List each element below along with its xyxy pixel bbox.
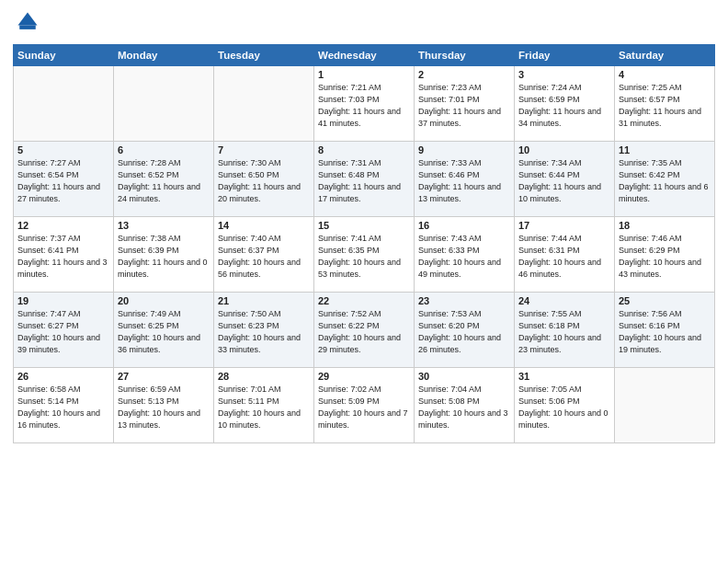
day-number: 16 xyxy=(418,220,510,231)
calendar-cell: 8Sunrise: 7:31 AM Sunset: 6:48 PM Daylig… xyxy=(314,142,415,217)
calendar-row: 19Sunrise: 7:47 AM Sunset: 6:27 PM Dayli… xyxy=(14,293,715,368)
day-info: Sunrise: 6:59 AM Sunset: 5:13 PM Dayligh… xyxy=(118,384,210,431)
day-info: Sunrise: 7:50 AM Sunset: 6:23 PM Dayligh… xyxy=(218,308,310,356)
day-info: Sunrise: 7:52 AM Sunset: 6:22 PM Dayligh… xyxy=(318,308,410,356)
calendar-cell: 11Sunrise: 7:35 AM Sunset: 6:42 PM Dayli… xyxy=(615,142,715,217)
calendar-cell: 23Sunrise: 7:53 AM Sunset: 6:20 PM Dayli… xyxy=(415,293,515,368)
calendar-cell: 7Sunrise: 7:30 AM Sunset: 6:50 PM Daylig… xyxy=(214,142,314,217)
day-info: Sunrise: 7:55 AM Sunset: 6:18 PM Dayligh… xyxy=(518,308,610,356)
day-info: Sunrise: 7:05 AM Sunset: 5:06 PM Dayligh… xyxy=(518,384,610,431)
day-number: 6 xyxy=(118,144,210,155)
calendar-cell: 26Sunrise: 6:58 AM Sunset: 5:14 PM Dayli… xyxy=(14,368,114,443)
calendar-cell: 19Sunrise: 7:47 AM Sunset: 6:27 PM Dayli… xyxy=(14,293,114,368)
day-info: Sunrise: 7:46 AM Sunset: 6:29 PM Dayligh… xyxy=(619,233,711,281)
day-number: 25 xyxy=(619,295,711,306)
logo xyxy=(13,9,40,39)
day-number: 11 xyxy=(619,144,711,155)
calendar-cell: 21Sunrise: 7:50 AM Sunset: 6:23 PM Dayli… xyxy=(214,293,314,368)
day-number: 13 xyxy=(118,220,210,231)
day-number: 19 xyxy=(17,295,109,306)
calendar-cell: 5Sunrise: 7:27 AM Sunset: 6:54 PM Daylig… xyxy=(14,142,114,217)
calendar-cell: 13Sunrise: 7:38 AM Sunset: 6:39 PM Dayli… xyxy=(114,217,214,293)
day-number: 24 xyxy=(518,295,610,306)
page: Sunday Monday Tuesday Wednesday Thursday… xyxy=(0,0,728,563)
day-number: 1 xyxy=(318,69,410,80)
day-info: Sunrise: 7:28 AM Sunset: 6:52 PM Dayligh… xyxy=(118,157,210,205)
day-info: Sunrise: 7:21 AM Sunset: 7:03 PM Dayligh… xyxy=(318,82,410,130)
col-wednesday: Wednesday xyxy=(314,45,415,66)
header xyxy=(13,9,715,39)
calendar-cell: 4Sunrise: 7:25 AM Sunset: 6:57 PM Daylig… xyxy=(615,66,715,142)
calendar-row: 1Sunrise: 7:21 AM Sunset: 7:03 PM Daylig… xyxy=(14,66,715,142)
calendar-cell: 6Sunrise: 7:28 AM Sunset: 6:52 PM Daylig… xyxy=(114,142,214,217)
day-info: Sunrise: 7:01 AM Sunset: 5:11 PM Dayligh… xyxy=(218,384,310,431)
calendar-cell xyxy=(615,368,715,443)
day-info: Sunrise: 7:35 AM Sunset: 6:42 PM Dayligh… xyxy=(619,157,711,205)
day-info: Sunrise: 7:47 AM Sunset: 6:27 PM Dayligh… xyxy=(17,308,109,356)
header-row: Sunday Monday Tuesday Wednesday Thursday… xyxy=(14,45,715,66)
calendar-cell: 18Sunrise: 7:46 AM Sunset: 6:29 PM Dayli… xyxy=(615,217,715,293)
day-number: 28 xyxy=(218,371,310,382)
day-number: 27 xyxy=(118,371,210,382)
day-number: 15 xyxy=(318,220,410,231)
day-number: 14 xyxy=(218,220,310,231)
calendar-row: 5Sunrise: 7:27 AM Sunset: 6:54 PM Daylig… xyxy=(14,142,715,217)
day-info: Sunrise: 7:43 AM Sunset: 6:33 PM Dayligh… xyxy=(418,233,510,281)
calendar-cell: 30Sunrise: 7:04 AM Sunset: 5:08 PM Dayli… xyxy=(415,368,515,443)
day-info: Sunrise: 7:02 AM Sunset: 5:09 PM Dayligh… xyxy=(318,384,410,431)
calendar-cell: 2Sunrise: 7:23 AM Sunset: 7:01 PM Daylig… xyxy=(415,66,515,142)
day-info: Sunrise: 7:04 AM Sunset: 5:08 PM Dayligh… xyxy=(418,384,510,431)
calendar-cell xyxy=(14,66,114,142)
calendar-cell: 12Sunrise: 7:37 AM Sunset: 6:41 PM Dayli… xyxy=(14,217,114,293)
day-info: Sunrise: 7:31 AM Sunset: 6:48 PM Dayligh… xyxy=(318,157,410,205)
svg-rect-1 xyxy=(19,26,36,29)
day-number: 30 xyxy=(418,371,510,382)
day-info: Sunrise: 7:38 AM Sunset: 6:39 PM Dayligh… xyxy=(118,233,210,281)
day-number: 7 xyxy=(218,144,310,155)
day-info: Sunrise: 7:37 AM Sunset: 6:41 PM Dayligh… xyxy=(17,233,109,281)
day-number: 31 xyxy=(518,371,610,382)
day-info: Sunrise: 7:56 AM Sunset: 6:16 PM Dayligh… xyxy=(619,308,711,356)
col-monday: Monday xyxy=(114,45,214,66)
calendar-cell: 28Sunrise: 7:01 AM Sunset: 5:11 PM Dayli… xyxy=(214,368,314,443)
calendar-cell: 9Sunrise: 7:33 AM Sunset: 6:46 PM Daylig… xyxy=(415,142,515,217)
day-number: 4 xyxy=(619,69,711,80)
day-info: Sunrise: 7:44 AM Sunset: 6:31 PM Dayligh… xyxy=(518,233,610,281)
calendar-cell: 27Sunrise: 6:59 AM Sunset: 5:13 PM Dayli… xyxy=(114,368,214,443)
day-number: 29 xyxy=(318,371,410,382)
day-number: 10 xyxy=(518,144,610,155)
svg-marker-0 xyxy=(18,13,38,26)
day-number: 5 xyxy=(17,144,109,155)
day-number: 26 xyxy=(17,371,109,382)
calendar-cell xyxy=(214,66,314,142)
calendar-row: 26Sunrise: 6:58 AM Sunset: 5:14 PM Dayli… xyxy=(14,368,715,443)
day-number: 12 xyxy=(17,220,109,231)
day-info: Sunrise: 7:34 AM Sunset: 6:44 PM Dayligh… xyxy=(518,157,610,205)
calendar-cell: 1Sunrise: 7:21 AM Sunset: 7:03 PM Daylig… xyxy=(314,66,415,142)
col-friday: Friday xyxy=(515,45,615,66)
day-info: Sunrise: 7:25 AM Sunset: 6:57 PM Dayligh… xyxy=(619,82,711,130)
col-tuesday: Tuesday xyxy=(214,45,314,66)
day-info: Sunrise: 7:41 AM Sunset: 6:35 PM Dayligh… xyxy=(318,233,410,281)
calendar-cell: 15Sunrise: 7:41 AM Sunset: 6:35 PM Dayli… xyxy=(314,217,415,293)
day-number: 22 xyxy=(318,295,410,306)
day-number: 18 xyxy=(619,220,711,231)
day-info: Sunrise: 7:30 AM Sunset: 6:50 PM Dayligh… xyxy=(218,157,310,205)
calendar-row: 12Sunrise: 7:37 AM Sunset: 6:41 PM Dayli… xyxy=(14,217,715,293)
day-info: Sunrise: 7:24 AM Sunset: 6:59 PM Dayligh… xyxy=(518,82,610,130)
day-info: Sunrise: 7:49 AM Sunset: 6:25 PM Dayligh… xyxy=(118,308,210,356)
calendar-cell: 29Sunrise: 7:02 AM Sunset: 5:09 PM Dayli… xyxy=(314,368,415,443)
calendar-cell: 31Sunrise: 7:05 AM Sunset: 5:06 PM Dayli… xyxy=(515,368,615,443)
logo-icon xyxy=(15,9,40,35)
calendar-cell: 3Sunrise: 7:24 AM Sunset: 6:59 PM Daylig… xyxy=(515,66,615,142)
calendar-cell: 24Sunrise: 7:55 AM Sunset: 6:18 PM Dayli… xyxy=(515,293,615,368)
day-number: 23 xyxy=(418,295,510,306)
col-saturday: Saturday xyxy=(615,45,715,66)
day-info: Sunrise: 7:53 AM Sunset: 6:20 PM Dayligh… xyxy=(418,308,510,356)
day-info: Sunrise: 7:33 AM Sunset: 6:46 PM Dayligh… xyxy=(418,157,510,205)
calendar-cell: 17Sunrise: 7:44 AM Sunset: 6:31 PM Dayli… xyxy=(515,217,615,293)
day-number: 8 xyxy=(318,144,410,155)
calendar-cell: 14Sunrise: 7:40 AM Sunset: 6:37 PM Dayli… xyxy=(214,217,314,293)
day-number: 20 xyxy=(118,295,210,306)
day-number: 17 xyxy=(518,220,610,231)
